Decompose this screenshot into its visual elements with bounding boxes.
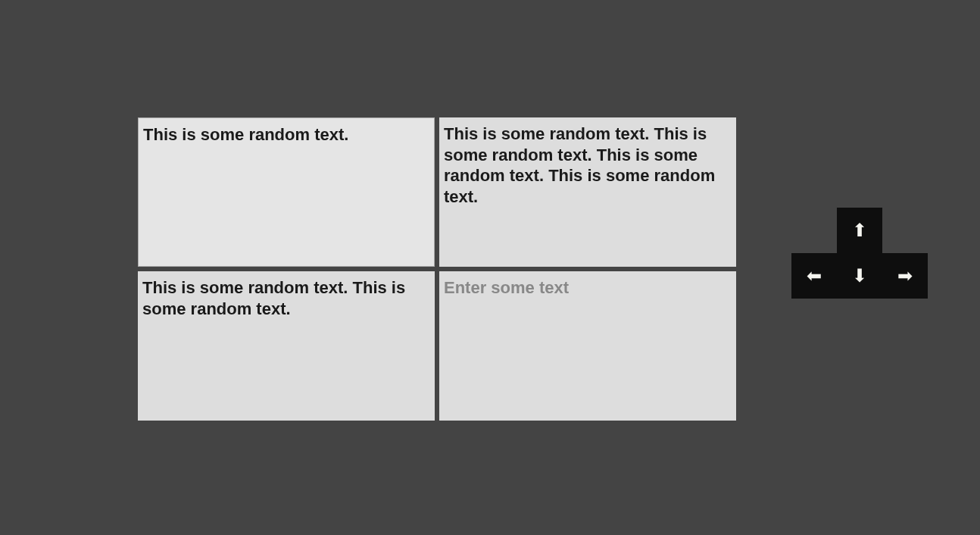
dpad-control: ⬆ ⬅ ⬇ ➡ bbox=[791, 208, 928, 299]
dpad-right-button[interactable]: ➡ bbox=[882, 253, 928, 299]
textarea-bottom-left[interactable] bbox=[138, 271, 435, 421]
arrow-up-icon: ⬆ bbox=[852, 221, 867, 239]
textarea-grid bbox=[138, 117, 736, 421]
arrow-right-icon: ➡ bbox=[897, 267, 913, 285]
dpad-up-button[interactable]: ⬆ bbox=[837, 208, 882, 253]
arrow-down-icon: ⬇ bbox=[852, 267, 867, 285]
dpad-left-button[interactable]: ⬅ bbox=[791, 253, 837, 299]
textarea-top-left[interactable] bbox=[138, 117, 435, 267]
textarea-top-right[interactable] bbox=[439, 117, 736, 267]
textarea-bottom-right[interactable] bbox=[439, 271, 736, 421]
dpad-down-button[interactable]: ⬇ bbox=[837, 253, 882, 299]
arrow-left-icon: ⬅ bbox=[807, 267, 822, 285]
